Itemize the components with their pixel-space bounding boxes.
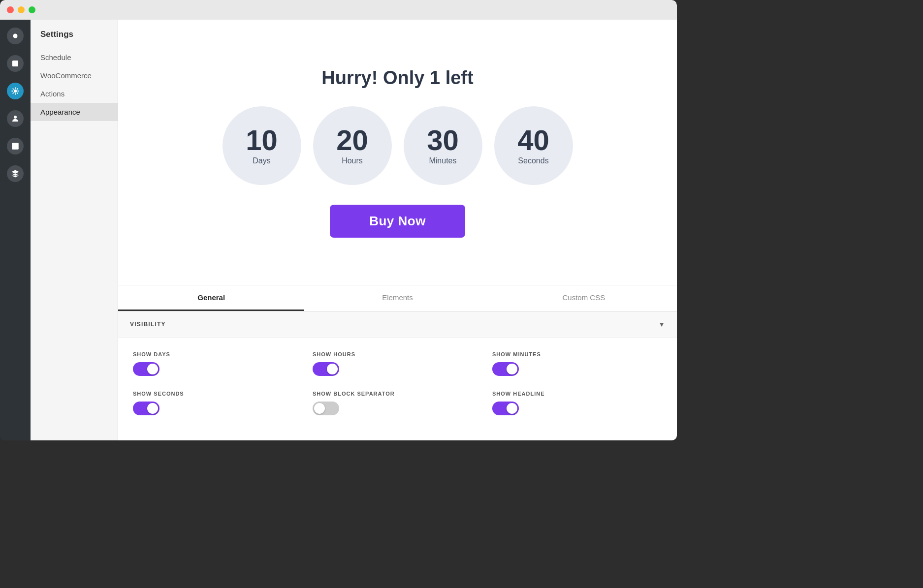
countdown-minutes-label: Minutes (429, 156, 456, 165)
toggle-show-block-separator-label: SHOW BLOCK SEPARATOR (313, 391, 482, 397)
countdown-minutes: 30 Minutes (404, 106, 482, 185)
countdown-seconds: 40 Seconds (494, 106, 573, 185)
toggle-show-hours: SHOW HOURS (313, 351, 482, 376)
icon-sidebar (0, 20, 31, 440)
sidebar-item-appearance[interactable]: Appearance (31, 103, 118, 121)
sidebar-item-schedule[interactable]: Schedule (31, 48, 118, 66)
minimize-button[interactable] (18, 6, 25, 13)
toggle-show-seconds: SHOW SECONDS (133, 391, 303, 415)
close-button[interactable] (7, 6, 14, 13)
tab-general[interactable]: General (118, 285, 304, 311)
visibility-section-header[interactable]: VISIBILITY ▼ (118, 311, 677, 338)
visibility-title: VISIBILITY (130, 321, 166, 328)
svg-point-0 (13, 34, 18, 38)
countdown-hours-label: Hours (342, 156, 363, 165)
countdown-seconds-label: Seconds (518, 156, 548, 165)
toggle-show-minutes: SHOW MINUTES (492, 351, 662, 376)
buy-now-button[interactable]: Buy Now (330, 205, 465, 238)
toggle-show-hours-label: SHOW HOURS (313, 351, 482, 357)
svg-rect-4 (12, 143, 19, 150)
sidebar-icon-2[interactable] (7, 55, 24, 72)
countdown-days: 10 Days (223, 106, 301, 185)
toggle-show-headline: SHOW HEADLINE (492, 391, 662, 415)
app-container: Settings Schedule WooCommerce Actions Ap… (0, 20, 677, 440)
tab-elements[interactable]: Elements (304, 285, 490, 311)
settings-panel: VISIBILITY ▼ SHOW DAYS SHOW HOURS (118, 311, 677, 429)
sidebar-icon-active[interactable] (7, 83, 24, 99)
sidebar-icon-1[interactable] (7, 28, 24, 44)
maximize-button[interactable] (29, 6, 35, 13)
sidebar-item-actions[interactable]: Actions (31, 85, 118, 103)
toggle-show-seconds-switch[interactable] (133, 402, 159, 415)
countdown-seconds-value: 40 (517, 126, 549, 155)
toggle-show-seconds-label: SHOW SECONDS (133, 391, 303, 397)
settings-sidebar: Settings Schedule WooCommerce Actions Ap… (31, 20, 118, 440)
toggle-show-block-separator-switch[interactable] (313, 402, 339, 415)
chevron-down-icon: ▼ (658, 320, 665, 328)
countdown-row: 10 Days 20 Hours 30 Minutes 40 Seconds (223, 106, 573, 185)
svg-rect-1 (12, 61, 18, 66)
sidebar-icon-3[interactable] (7, 110, 24, 127)
countdown-hours-value: 20 (336, 126, 368, 155)
sidebar-icon-4[interactable] (7, 138, 24, 155)
main-content: Hurry! Only 1 left 10 Days 20 Hours 30 M… (118, 20, 677, 440)
toggles-grid: SHOW DAYS SHOW HOURS (118, 338, 677, 429)
toggle-show-hours-switch[interactable] (313, 362, 339, 376)
svg-point-2 (14, 90, 17, 93)
countdown-days-value: 10 (246, 126, 278, 155)
countdown-hours: 20 Hours (313, 106, 392, 185)
svg-point-3 (14, 116, 17, 119)
toggle-show-minutes-label: SHOW MINUTES (492, 351, 662, 357)
toggle-show-days: SHOW DAYS (133, 351, 303, 376)
tabs-area: General Elements Custom CSS VISIBILITY ▼… (118, 285, 677, 440)
toggle-show-headline-switch[interactable] (492, 402, 519, 415)
tabs-nav: General Elements Custom CSS (118, 285, 677, 311)
toggle-show-block-separator: SHOW BLOCK SEPARATOR (313, 391, 482, 415)
tab-custom-css[interactable]: Custom CSS (491, 285, 677, 311)
titlebar (0, 0, 677, 20)
settings-title: Settings (31, 30, 118, 48)
countdown-minutes-value: 30 (427, 126, 459, 155)
toggle-show-days-label: SHOW DAYS (133, 351, 303, 357)
toggle-show-minutes-switch[interactable] (492, 362, 519, 376)
toggle-show-headline-label: SHOW HEADLINE (492, 391, 662, 397)
sidebar-icon-5[interactable] (7, 165, 24, 182)
sidebar-item-woocommerce[interactable]: WooCommerce (31, 66, 118, 85)
countdown-days-label: Days (253, 156, 270, 165)
headline: Hurry! Only 1 left (321, 67, 473, 89)
toggle-show-days-switch[interactable] (133, 362, 159, 376)
preview-area: Hurry! Only 1 left 10 Days 20 Hours 30 M… (118, 20, 677, 285)
